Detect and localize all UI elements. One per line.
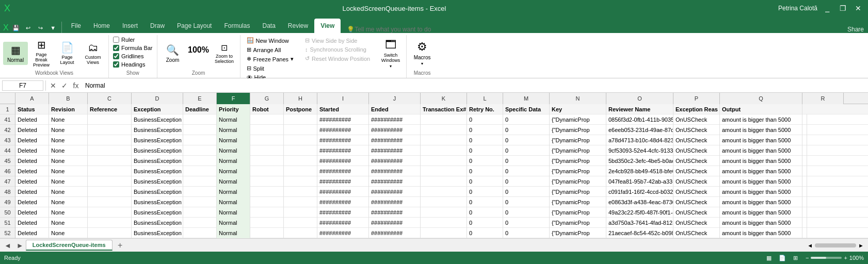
cell[interactable]: {"DynamicProp: [550, 125, 606, 135]
cell[interactable]: [183, 135, 217, 145]
cell[interactable]: [802, 187, 807, 197]
row-43-num[interactable]: 43: [0, 135, 15, 145]
cell[interactable]: [802, 156, 807, 166]
cell[interactable]: ##########: [317, 176, 369, 187]
header-status[interactable]: Status: [15, 104, 49, 114]
cell[interactable]: 21aecaef-8c54-452c-b098-28e: [606, 228, 673, 238]
tab-file[interactable]: File: [65, 19, 87, 33]
cell[interactable]: amount is bigger than 5000: [720, 197, 802, 207]
cell[interactable]: 0: [467, 135, 503, 145]
cell[interactable]: 0: [503, 228, 550, 238]
cell[interactable]: Deleted: [15, 207, 49, 218]
col-h-header[interactable]: H: [284, 93, 317, 104]
cell[interactable]: [802, 176, 807, 187]
cell[interactable]: [421, 187, 467, 197]
cell[interactable]: 047fea81-95b7-42ab-a336-38d: [606, 176, 673, 187]
sheet-prev-button[interactable]: ◄: [2, 241, 13, 250]
cell[interactable]: [284, 218, 317, 228]
cell[interactable]: None: [49, 145, 88, 156]
cell[interactable]: ##########: [369, 166, 421, 176]
row-50-num[interactable]: 50: [0, 207, 15, 218]
tab-page-layout[interactable]: Page Layout: [171, 19, 218, 33]
cell[interactable]: 0: [503, 166, 550, 176]
page-break-view-button[interactable]: ⊞: [790, 252, 801, 263]
cell[interactable]: [250, 145, 284, 156]
zoom-in-button[interactable]: +: [844, 255, 847, 261]
cell[interactable]: [88, 187, 132, 197]
cell[interactable]: [284, 125, 317, 135]
header-deadline[interactable]: Deadline: [183, 104, 217, 114]
view-custom-views-button[interactable]: 🗂 Custom Views: [81, 40, 105, 67]
cell[interactable]: amount is bigger than 5000: [720, 135, 802, 145]
cell[interactable]: BusinessException: [132, 187, 183, 197]
row-51-num[interactable]: 51: [0, 218, 15, 228]
cell[interactable]: {"DynamicProp: [550, 187, 606, 197]
cell[interactable]: Normal: [217, 145, 250, 156]
header-output[interactable]: Output: [720, 104, 802, 114]
cell[interactable]: Normal: [217, 166, 250, 176]
cell[interactable]: [802, 218, 807, 228]
cell[interactable]: [88, 125, 132, 135]
cell[interactable]: OnUSCheck: [673, 187, 720, 197]
cell[interactable]: [183, 125, 217, 135]
cell[interactable]: [250, 114, 284, 125]
col-i-header[interactable]: I: [317, 93, 369, 104]
col-m-header[interactable]: M: [503, 93, 550, 104]
cell[interactable]: 2e4cb928-bb49-4518-bfe6-d57: [606, 166, 673, 176]
tab-data[interactable]: Data: [256, 19, 281, 33]
header-retry[interactable]: Retry No.: [467, 104, 503, 114]
gridlines-check[interactable]: [113, 53, 119, 59]
cell[interactable]: 0: [503, 156, 550, 166]
cell[interactable]: ##########: [317, 187, 369, 197]
cell[interactable]: BusinessException: [132, 166, 183, 176]
cell[interactable]: [88, 218, 132, 228]
cell[interactable]: [802, 135, 807, 145]
share-button[interactable]: Share: [847, 26, 864, 33]
tell-me-bar[interactable]: 💡: [341, 26, 843, 33]
cell[interactable]: Normal: [217, 187, 250, 197]
cell[interactable]: [250, 166, 284, 176]
cell[interactable]: 9cf53093-52e4-4cfc-9133-05fe: [606, 145, 673, 156]
cell[interactable]: Normal: [217, 207, 250, 218]
confirm-formula-button[interactable]: ✓: [59, 81, 70, 90]
header-started[interactable]: Started: [317, 104, 369, 114]
cell[interactable]: None: [49, 114, 88, 125]
cell[interactable]: amount is bigger than 5000: [720, 125, 802, 135]
cell[interactable]: None: [49, 228, 88, 238]
cell[interactable]: [421, 197, 467, 207]
header-exception[interactable]: Exception: [132, 104, 183, 114]
cell[interactable]: [421, 166, 467, 176]
cell[interactable]: ##########: [317, 135, 369, 145]
cell[interactable]: amount is bigger than 5000: [720, 187, 802, 197]
cell[interactable]: OnUSCheck: [673, 228, 720, 238]
cell[interactable]: [88, 156, 132, 166]
cell[interactable]: [284, 228, 317, 238]
cell[interactable]: [88, 207, 132, 218]
cell[interactable]: [183, 218, 217, 228]
cell[interactable]: BusinessException: [132, 197, 183, 207]
cell[interactable]: [802, 166, 807, 176]
col-q-header[interactable]: Q: [720, 93, 802, 104]
col-l-header[interactable]: L: [467, 93, 503, 104]
cell[interactable]: ##########: [369, 145, 421, 156]
cell[interactable]: [88, 166, 132, 176]
cell[interactable]: OnUSCheck: [673, 135, 720, 145]
cell[interactable]: ##########: [369, 218, 421, 228]
cell[interactable]: 0: [467, 207, 503, 218]
view-side-by-side-button[interactable]: ⊟ View Side by Side: [302, 36, 373, 45]
cell[interactable]: {"DynamicProp: [550, 228, 606, 238]
cell[interactable]: ##########: [317, 218, 369, 228]
cell[interactable]: BusinessException: [132, 114, 183, 125]
header-reviewer[interactable]: Reviewer Name: [606, 104, 673, 114]
cell[interactable]: ##########: [317, 207, 369, 218]
cell[interactable]: [421, 114, 467, 125]
cell[interactable]: [421, 125, 467, 135]
cell[interactable]: 0: [467, 228, 503, 238]
cell[interactable]: {"DynamicProp: [550, 166, 606, 176]
qat-save[interactable]: 💾: [11, 23, 21, 33]
cell[interactable]: ##########: [369, 197, 421, 207]
cell[interactable]: Normal: [217, 114, 250, 125]
cell[interactable]: [250, 207, 284, 218]
cell[interactable]: [183, 207, 217, 218]
zoom-out-button[interactable]: −: [806, 255, 809, 261]
